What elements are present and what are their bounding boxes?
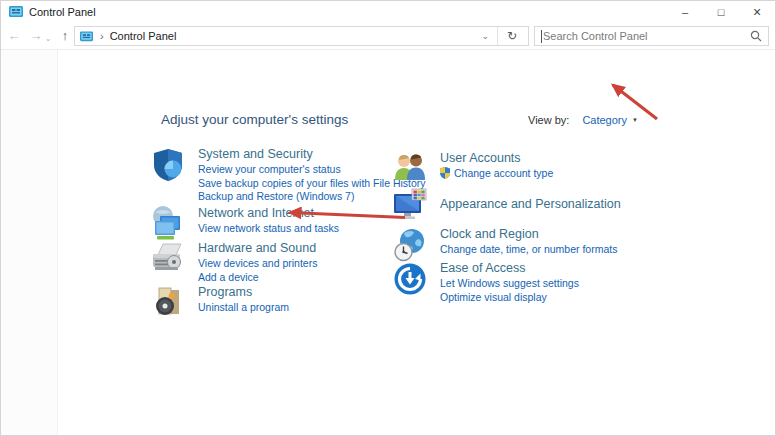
- chevron-down-icon[interactable]: ▼: [632, 117, 638, 123]
- caption-buttons: – □ ×: [667, 1, 775, 23]
- category-text: Appearance and Personalization: [440, 186, 621, 224]
- link-view-network-status[interactable]: View network status and tasks: [198, 222, 339, 235]
- address-bar[interactable]: › Control Panel ⌄ ↻: [74, 26, 529, 46]
- link-optimize-visual-display[interactable]: Optimize visual display: [440, 291, 579, 304]
- close-button[interactable]: ×: [739, 1, 775, 23]
- breadcrumb-separator: ›: [100, 30, 104, 42]
- link-change-account-type[interactable]: Change account type: [440, 167, 553, 180]
- control-panel-icon: [9, 6, 23, 18]
- refresh-icon[interactable]: ↻: [498, 29, 526, 43]
- category-text: Hardware and Sound View devices and prin…: [198, 240, 317, 283]
- category-programs: Programs Uninstall a program: [149, 284, 289, 322]
- category-title-appearance-and-personalization[interactable]: Appearance and Personalization: [440, 196, 621, 212]
- breadcrumb-location[interactable]: Control Panel: [110, 30, 177, 42]
- up-icon[interactable]: ↑: [56, 26, 74, 46]
- appearance-and-personalization-icon[interactable]: [391, 186, 429, 224]
- category-title-programs[interactable]: Programs: [198, 284, 289, 300]
- network-and-internet-icon[interactable]: [149, 205, 187, 243]
- hardware-and-sound-icon[interactable]: [149, 240, 187, 278]
- minimize-button[interactable]: –: [667, 1, 703, 23]
- system-and-security-icon[interactable]: [149, 146, 187, 184]
- category-title-network-and-internet[interactable]: Network and Internet: [198, 205, 339, 221]
- category-text: Ease of Access Let Windows suggest setti…: [440, 260, 579, 303]
- maximize-button[interactable]: □: [703, 1, 739, 23]
- link-let-windows-suggest-settings[interactable]: Let Windows suggest settings: [440, 277, 579, 290]
- address-dropdown-icon[interactable]: ⌄: [473, 31, 497, 41]
- link-view-devices-and-printers[interactable]: View devices and printers: [198, 257, 317, 270]
- view-by-dropdown[interactable]: Category: [582, 114, 627, 126]
- category-network-and-internet: Network and Internet View network status…: [149, 205, 339, 243]
- category-title-hardware-and-sound[interactable]: Hardware and Sound: [198, 240, 317, 256]
- search-box[interactable]: [534, 26, 769, 46]
- control-panel-icon: [80, 31, 93, 42]
- navigation-pane: [1, 50, 58, 435]
- back-icon[interactable]: ←: [5, 26, 23, 46]
- view-by-label: View by:: [528, 114, 569, 126]
- window-title: Control Panel: [29, 6, 96, 18]
- category-title-clock-and-region[interactable]: Clock and Region: [440, 226, 617, 242]
- category-hardware-and-sound: Hardware and Sound View devices and prin…: [149, 240, 317, 283]
- page-title: Adjust your computer's settings: [161, 112, 348, 127]
- category-ease-of-access: Ease of Access Let Windows suggest setti…: [391, 260, 579, 303]
- title-bar[interactable]: Control Panel – □ ×: [1, 1, 775, 23]
- category-system-and-security: System and Security Review your computer…: [149, 146, 426, 203]
- recent-locations-icon[interactable]: ⌄: [43, 29, 53, 49]
- category-user-accounts: User Accounts Change account type: [391, 150, 553, 188]
- content-area: Adjust your computer's settings View by:…: [1, 50, 775, 435]
- link-uninstall-a-program[interactable]: Uninstall a program: [198, 301, 289, 314]
- text-caret: [541, 30, 542, 43]
- link-label: Change account type: [454, 167, 553, 180]
- user-accounts-icon[interactable]: [391, 150, 429, 188]
- category-clock-and-region: Clock and Region Change date, time, or n…: [391, 226, 617, 264]
- category-text: Network and Internet View network status…: [198, 205, 339, 243]
- category-appearance-and-personalization: Appearance and Personalization: [391, 186, 621, 224]
- ease-of-access-icon[interactable]: [391, 260, 429, 298]
- link-change-date-time-formats[interactable]: Change date, time, or number formats: [440, 243, 617, 256]
- clock-and-region-icon[interactable]: [391, 226, 429, 264]
- navigation-toolbar: ← → ⌄ ↑ › Control Panel ⌄ ↻: [1, 23, 775, 49]
- control-panel-window: Control Panel – □ × ← → ⌄ ↑ › Control Pa…: [0, 0, 776, 436]
- category-title-ease-of-access[interactable]: Ease of Access: [440, 260, 579, 276]
- category-text: Clock and Region Change date, time, or n…: [440, 226, 617, 264]
- programs-icon[interactable]: [149, 284, 187, 322]
- search-input[interactable]: [543, 30, 750, 42]
- category-text: Programs Uninstall a program: [198, 284, 289, 322]
- link-add-a-device[interactable]: Add a device: [198, 271, 317, 284]
- search-icon[interactable]: [750, 30, 762, 42]
- uac-shield-icon: [440, 167, 450, 179]
- view-by-control: View by: Category ▼: [528, 114, 638, 126]
- category-text: User Accounts Change account type: [440, 150, 553, 188]
- category-title-user-accounts[interactable]: User Accounts: [440, 150, 553, 166]
